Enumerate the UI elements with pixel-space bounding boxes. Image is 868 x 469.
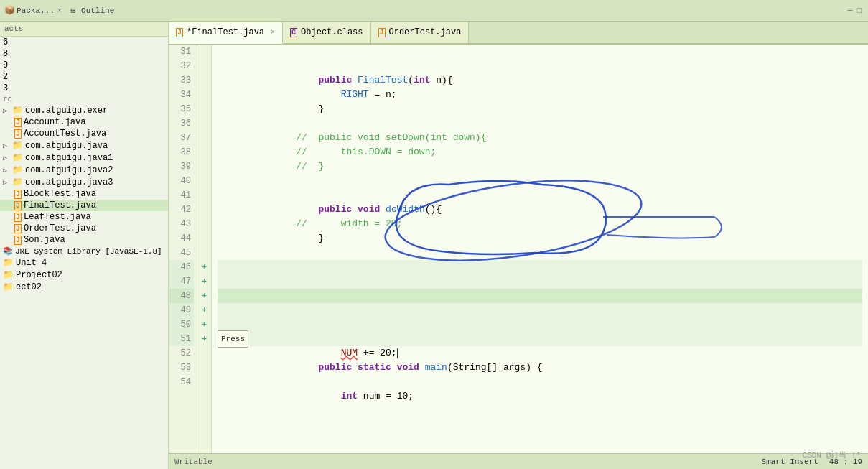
package-close-icon[interactable]: × (57, 6, 62, 15)
gutter-47-plus[interactable]: + (197, 274, 211, 289)
expand-icon2: ▷ (3, 141, 10, 150)
minimize-icon[interactable]: ─ (848, 6, 853, 15)
ln-45: 45 (169, 246, 194, 260)
gutter-46-plus[interactable]: + (197, 260, 211, 274)
sidebar-item-leaftest[interactable]: J LeafTest.java (0, 211, 168, 223)
ln-51: 51 (169, 332, 194, 346)
ln-42: 42 (169, 203, 194, 217)
expand-icon3: ▷ (3, 154, 10, 162)
editor-area: J *FinalTest.java × C Object.class J Ord… (169, 22, 868, 469)
folder-icon5: 📁 (12, 177, 23, 187)
sidebar-item-3: 3 (0, 83, 168, 94)
folder-label5: com.atguigu.java3 (25, 177, 113, 187)
sidebar-item-atguigu-java2[interactable]: ▷ 📁 com.atguigu.java2 (0, 164, 168, 176)
ln-35: 35 (169, 102, 194, 116)
gutter-52 (197, 346, 211, 361)
gutter: + + + + + + (197, 45, 212, 453)
tab-objectclass[interactable]: C Object.class (283, 22, 370, 43)
sidebar-item-ect02[interactable]: 📁 ect02 (0, 281, 168, 293)
folder-label4: com.atguigu.java2 (25, 165, 113, 175)
code-line-35 (218, 102, 862, 116)
sidebar-item-son[interactable]: J Son.java (0, 234, 168, 246)
tab-finaltest[interactable]: J *FinalTest.java × (169, 22, 283, 44)
folder-label3: com.atguigu.java1 (25, 153, 113, 163)
expand-icon: ▷ (3, 106, 10, 115)
library-icon: 📚 (3, 246, 13, 256)
gutter-40 (197, 174, 211, 188)
ln-52: 52 (169, 346, 194, 361)
tab-ordertest[interactable]: J OrderTest.java (371, 22, 470, 43)
writable-status: Writable (174, 458, 213, 466)
sidebar-item-finaltest[interactable]: J FinalTest.java (0, 200, 168, 211)
java-file-icon: J (14, 118, 22, 127)
code-line-45 (218, 246, 862, 260)
tab-icon-objectclass: C (290, 28, 297, 37)
gutter-32 (197, 59, 211, 73)
expand-icon4: ▷ (3, 166, 10, 175)
sidebar-item-blocktest[interactable]: J BlockTest.java (0, 188, 168, 200)
sidebar-item-8: 8 (0, 48, 168, 60)
sidebar-header: acts (0, 22, 168, 37)
sidebar-section-rc: rc (0, 94, 168, 104)
code-line-39 (218, 159, 862, 174)
ln-43: 43 (169, 217, 194, 231)
ln-54: 54 (169, 375, 194, 389)
gutter-44 (197, 231, 211, 246)
sidebar-item-account[interactable]: J Account.java (0, 116, 168, 128)
maximize-icon[interactable]: □ (857, 6, 862, 15)
ln-53: 53 (169, 361, 194, 375)
gutter-36 (197, 116, 211, 131)
expand-icon5: ▷ (3, 178, 10, 187)
code-line-37: // this.DOWN = down; (218, 131, 862, 145)
sidebar-item-unit4[interactable]: 📁 Unit 4 (0, 256, 168, 269)
gutter-50-plus[interactable]: + (197, 317, 211, 332)
ln-39: 39 (169, 159, 194, 174)
jre-label: JRE System Library [JavaSE-1.8] (15, 247, 162, 256)
code-line-43: } (218, 217, 862, 231)
folder-icon-project02: 📁 (3, 269, 14, 280)
gutter-42 (197, 203, 211, 217)
finaltest-label: FinalTest.java (24, 200, 96, 210)
gutter-49-plus[interactable]: + (197, 303, 211, 317)
sidebar-item-project02[interactable]: 📁 Project02 (0, 269, 168, 281)
gutter-41 (197, 188, 211, 203)
code-line-42: // width = 20; (218, 203, 862, 217)
status-bar: Writable Smart Insert 48 : 19 (169, 453, 868, 469)
ln-36: 36 (169, 116, 194, 131)
main-container: 📦 Packa... × ⊞ Outline ─ □ acts 6 8 9 2 … (0, 0, 868, 469)
code-line-44 (218, 231, 862, 246)
ln-49: 49 (169, 303, 194, 317)
ln-34: 34 (169, 88, 194, 102)
package-icon: 📦 (4, 5, 15, 16)
gutter-35 (197, 102, 211, 116)
code-line-31 (218, 45, 862, 59)
gutter-48-plus[interactable]: + (197, 289, 211, 303)
gutter-33 (197, 73, 211, 88)
sidebar-item-atguigu-java1[interactable]: ▷ 📁 com.atguigu.java1 (0, 152, 168, 164)
sidebar-item-atguigu-java3[interactable]: ▷ 📁 com.atguigu.java3 (0, 176, 168, 188)
ln-41: 41 (169, 188, 194, 203)
sidebar-item-ordertest[interactable]: J OrderTest.java (0, 223, 168, 234)
code-line-52: public static void main(String[] args) { (218, 346, 862, 361)
gutter-39 (197, 159, 211, 174)
line-numbers: 31 32 33 34 35 36 37 38 39 40 41 42 43 4… (169, 45, 197, 453)
folder-icon-unit4: 📁 (3, 257, 14, 268)
java-icon-block: J (14, 190, 22, 199)
sidebar-item-jre[interactable]: 📚 JRE System Library [JavaSE-1.8] (0, 246, 168, 256)
code-editor[interactable]: 31 32 33 34 35 36 37 38 39 40 41 42 43 4… (169, 45, 868, 453)
gutter-51-plus[interactable]: + (197, 332, 211, 346)
package-explorer-title: Packa... (17, 6, 55, 15)
sidebar-item-accounttest[interactable]: J AccountTest.java (0, 128, 168, 139)
sidebar-item-9: 9 (0, 60, 168, 71)
ln-47: 47 (169, 274, 194, 289)
gutter-54 (197, 375, 211, 389)
code-lines: public FinalTest(int n){ RIGHT = n; } //… (212, 45, 868, 453)
code-line-33: RIGHT = n; (218, 73, 862, 88)
code-line-41: public void doWidth(){ (218, 188, 862, 203)
sidebar-item-atguigu-java[interactable]: ▷ 📁 com.atguigu.java (0, 139, 168, 152)
code-content: 31 32 33 34 35 36 37 38 39 40 41 42 43 4… (169, 45, 868, 453)
code-line-40 (218, 174, 862, 188)
sidebar-item-atguigu-exer[interactable]: ▷ 📁 com.atguigu.exer (0, 104, 168, 116)
folder-icon2: 📁 (12, 140, 23, 151)
tab-close-finaltest[interactable]: × (271, 29, 275, 37)
